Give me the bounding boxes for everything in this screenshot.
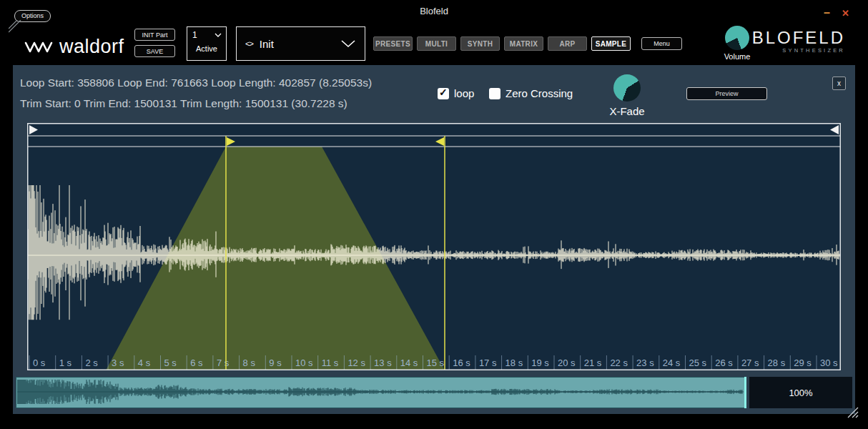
overview-waveform <box>17 378 744 407</box>
overview-strip[interactable] <box>16 377 745 408</box>
svg-text:13 s: 13 s <box>374 358 392 368</box>
close-button[interactable]: ✕ <box>842 8 849 19</box>
svg-text:27 s: 27 s <box>741 358 759 368</box>
chevron-down-icon <box>214 33 222 37</box>
svg-text:2 s: 2 s <box>85 358 98 368</box>
tab-multi[interactable]: MULTI <box>417 36 456 51</box>
svg-text:26 s: 26 s <box>715 358 733 368</box>
svg-text:0 s: 0 s <box>33 358 46 368</box>
svg-text:15 s: 15 s <box>427 358 445 368</box>
svg-text:14 s: 14 s <box>400 358 418 368</box>
zoom-level: 100% <box>749 377 852 408</box>
svg-text:23 s: 23 s <box>636 358 654 368</box>
volume-label: Volume <box>721 52 754 61</box>
part-active-label: Active <box>187 44 226 53</box>
svg-text:5 s: 5 s <box>164 358 177 368</box>
svg-text:16 s: 16 s <box>453 358 470 368</box>
resize-grip-bottom-right[interactable] <box>847 406 859 419</box>
loop-info-text: Loop Start: 358806 Loop End: 761663 Loop… <box>20 77 372 89</box>
init-part-button[interactable]: INIT Part <box>134 29 175 41</box>
svg-text:11 s: 11 s <box>322 358 339 368</box>
svg-text:17 s: 17 s <box>479 358 497 368</box>
loop-checkbox-row: loop <box>438 87 474 99</box>
preset-selector[interactable]: <> Init <box>236 26 365 61</box>
part-value: 1 <box>192 30 197 40</box>
svg-text:3 s: 3 s <box>112 358 124 368</box>
svg-text:18 s: 18 s <box>505 358 523 368</box>
svg-text:7 s: 7 s <box>217 358 230 368</box>
save-button[interactable]: SAVE <box>134 45 175 57</box>
blofeld-brand: BLOFELD SYNTHESIZER <box>751 29 845 54</box>
zero-crossing-checkbox[interactable] <box>489 88 500 99</box>
sample-editor-panel: Loop Start: 358806 Loop End: 761663 Loop… <box>13 65 855 414</box>
waldorf-logo: waldorf <box>24 36 124 58</box>
tab-synth[interactable]: SYNTH <box>460 36 500 51</box>
svg-text:29 s: 29 s <box>794 358 812 368</box>
preset-value: Init <box>260 38 274 50</box>
svg-text:10 s: 10 s <box>295 358 313 368</box>
volume-knob[interactable] <box>725 26 749 50</box>
svg-text:4 s: 4 s <box>138 358 151 368</box>
svg-text:1 s: 1 s <box>59 358 72 368</box>
preview-button[interactable]: Preview <box>686 87 767 100</box>
svg-text:8 s: 8 s <box>243 358 256 368</box>
svg-text:28 s: 28 s <box>768 358 786 368</box>
zero-crossing-checkbox-row: Zero Crossing <box>489 87 573 99</box>
preset-arrows-icon: <> <box>245 39 253 48</box>
waldorf-wave-icon <box>24 39 53 55</box>
svg-text:21 s: 21 s <box>584 358 602 368</box>
svg-text:24 s: 24 s <box>663 358 681 368</box>
chevron-down-icon <box>340 39 356 48</box>
brand-title: BLOFELD <box>751 29 845 46</box>
window-title: Blofeld <box>0 6 868 16</box>
loop-checkbox-label: loop <box>454 87 474 99</box>
brand-subtitle: SYNTHESIZER <box>751 47 845 54</box>
svg-text:25 s: 25 s <box>689 358 707 368</box>
xfade-label: X-Fade <box>605 105 649 117</box>
svg-text:9 s: 9 s <box>269 358 282 368</box>
zero-crossing-label: Zero Crossing <box>505 87 573 99</box>
playhead-marker[interactable] <box>744 377 746 408</box>
xfade-knob[interactable] <box>613 74 641 102</box>
waveform-display[interactable]: 0 s1 s2 s3 s4 s5 s6 s7 s8 s9 s10 s11 s12… <box>27 123 841 370</box>
app-window: Options Blofeld – ✕ waldorf INIT Part SA… <box>0 0 868 429</box>
svg-text:30 s: 30 s <box>820 358 838 368</box>
loop-checkbox[interactable] <box>438 88 449 99</box>
resize-grip-top-left[interactable] <box>9 20 23 33</box>
menu-button[interactable]: Menu <box>641 37 682 50</box>
panel-close-button[interactable]: x <box>832 77 846 90</box>
trim-info-text: Trim Start: 0 Trim End: 1500131 Trim Len… <box>20 97 347 110</box>
svg-text:6 s: 6 s <box>190 358 203 368</box>
part-selector[interactable]: 1 Active <box>187 26 227 61</box>
xfade-control: X-Fade <box>605 74 649 117</box>
tab-bar: PRESETS MULTI SYNTH MATRIX ARP SAMPLE <box>373 36 631 51</box>
minimize-button[interactable]: – <box>824 6 830 19</box>
waldorf-logo-text: waldorf <box>59 36 124 58</box>
tab-matrix[interactable]: MATRIX <box>504 36 543 51</box>
svg-text:19 s: 19 s <box>531 358 549 368</box>
tab-presets[interactable]: PRESETS <box>373 36 413 51</box>
svg-text:12 s: 12 s <box>347 358 365 368</box>
tab-sample[interactable]: SAMPLE <box>591 36 631 51</box>
svg-text:22 s: 22 s <box>610 358 628 368</box>
tab-arp[interactable]: ARP <box>548 36 587 51</box>
svg-text:20 s: 20 s <box>558 358 576 368</box>
